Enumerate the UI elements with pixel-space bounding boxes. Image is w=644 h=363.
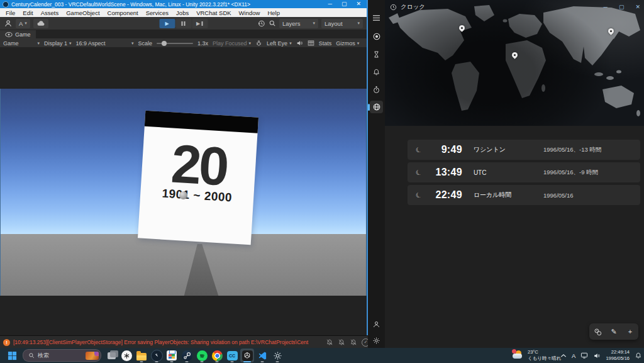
gizmos-dropdown[interactable]: Gizmos▾ (336, 40, 359, 47)
account-icon[interactable] (4, 19, 13, 28)
nav-alarm-icon[interactable] (370, 65, 383, 78)
close-button[interactable]: ✕ (356, 1, 361, 7)
eye-mode-dropdown[interactable]: Left Eye▾ (267, 40, 292, 47)
cc-app-icon: CC (227, 351, 238, 360)
vsync-grid-icon[interactable] (308, 40, 314, 47)
menu-help[interactable]: Help (264, 9, 284, 16)
eye-icon (5, 32, 13, 37)
tray-overflow-chevron-icon[interactable] (560, 354, 567, 358)
nav-world-clock-icon[interactable] (370, 101, 383, 113)
tray-clock[interactable]: 22:49:14 1996/05/16 (606, 349, 630, 362)
world-clock-row-washington[interactable]: ☾ 9:49 ワシントン 1996/05/16、-13 時間 (408, 140, 640, 160)
display-dropdown[interactable]: Display 1▾ (44, 40, 72, 47)
maximize-button[interactable]: ▢ (619, 4, 625, 10)
search-highlight-thumbnail[interactable] (86, 352, 99, 360)
scale-slider[interactable] (157, 43, 193, 44)
spotify-button[interactable] (195, 349, 209, 362)
aspect-dropdown[interactable]: 16:9 Aspect▾ (76, 40, 134, 47)
microsoft-store-button[interactable] (165, 349, 179, 362)
unity-status-bar[interactable]: ! [10:49:13.253][ClientSimPlayerObjectSt… (0, 335, 373, 349)
menu-services[interactable]: Services (142, 9, 172, 16)
world-map (385, 0, 644, 126)
cc-app-button[interactable]: CC (225, 349, 239, 362)
stats-toggle[interactable]: Stats (319, 40, 332, 47)
menu-edit[interactable]: Edit (19, 9, 36, 16)
file-explorer-button[interactable] (135, 349, 148, 362)
steam-button[interactable] (180, 349, 194, 362)
clock-city: ローカル時間 (474, 191, 512, 199)
task-view-button[interactable] (104, 349, 118, 362)
nav-timer-icon[interactable] (370, 48, 383, 60)
clock-app-title-bar: クロック ─ ▢ ✕ (385, 0, 644, 14)
audio-mute-icon[interactable] (296, 40, 303, 47)
clock-app-button[interactable] (150, 349, 164, 362)
chrome-icon (212, 350, 223, 361)
menu-component[interactable]: Component (104, 9, 142, 16)
taskbar-search-box[interactable]: 検索 (23, 349, 101, 362)
menu-assets[interactable]: Assets (37, 9, 63, 16)
chevron-down-icon: ▾ (25, 21, 27, 26)
clock-date-offset: 1996/05/16、-9 時間 (543, 169, 598, 177)
layout-dropdown[interactable]: Layout▾ (321, 19, 363, 28)
task-view-icon (108, 352, 116, 359)
notification-bell-icon[interactable] (635, 352, 642, 359)
unity-main-toolbar: A▾ ▶ ▶ Layers▾ Layo (0, 17, 367, 30)
weather-widget[interactable]: 23°C くもり時々晴れ (512, 348, 561, 363)
menu-gameobject[interactable]: GameObject (62, 9, 103, 16)
menu-window[interactable]: Window (235, 9, 264, 16)
game-viewport[interactable]: 20 1901 ~ 2000 (0, 47, 367, 335)
vscode-button[interactable] (255, 349, 269, 362)
unity-editor-button[interactable] (240, 349, 254, 362)
settings-gear-icon[interactable] (370, 334, 383, 347)
console-toggle-icons: ✓ (326, 338, 370, 347)
game-view-dropdown[interactable]: Game▾ (3, 40, 40, 47)
windows-logo-icon (8, 351, 17, 360)
calendar-object: 20 1901 ~ 2000 (138, 111, 258, 245)
world-clock-row-utc[interactable]: ☾ 13:49 UTC 1996/05/16、-9 時間 (408, 162, 640, 182)
game-render-area[interactable]: 20 1901 ~ 2000 (0, 89, 367, 296)
console-error-message[interactable]: [10:49:13.253][ClientSimPlayerObjectStor… (13, 339, 323, 345)
network-display-icon[interactable] (580, 352, 588, 359)
clock-action-bar: ✎ + (589, 323, 638, 340)
account-person-icon[interactable] (370, 318, 383, 330)
unity-tab-bar: Game (0, 30, 367, 38)
console-error-muted-icon[interactable] (350, 338, 357, 346)
chrome-button[interactable] (210, 349, 224, 362)
debug-bug-icon[interactable] (255, 40, 262, 47)
start-button[interactable] (8, 351, 17, 360)
chatgpt-app-button[interactable] (119, 349, 133, 362)
account-dropdown[interactable]: A▾ (16, 19, 30, 28)
minimize-button[interactable]: ─ (604, 4, 608, 10)
minimize-button[interactable]: ─ (328, 1, 332, 7)
console-warning-muted-icon[interactable] (338, 338, 345, 346)
search-icon[interactable] (269, 20, 276, 27)
edit-pencil-button[interactable]: ✎ (608, 325, 620, 338)
pause-button[interactable] (175, 19, 191, 28)
undo-history-icon[interactable] (257, 20, 265, 28)
compare-clocks-button[interactable] (591, 325, 604, 338)
play-focused-dropdown[interactable]: Play Focused▾ (213, 40, 251, 47)
slider-handle[interactable] (162, 41, 167, 46)
world-clock-row-local[interactable]: ☾ 22:49 ローカル時間 1996/05/16 (408, 185, 640, 205)
settings-app-button[interactable] (270, 349, 284, 362)
layers-dropdown[interactable]: Layers▾ (279, 19, 318, 28)
menu-jobs[interactable]: Jobs (172, 9, 192, 16)
menu-file[interactable]: File (2, 9, 19, 16)
add-clock-button[interactable]: + (624, 325, 636, 338)
tab-game[interactable]: Game (0, 30, 36, 38)
nav-focus-sessions-icon[interactable] (370, 30, 383, 43)
ime-indicator[interactable]: A (572, 352, 575, 359)
volume-icon[interactable] (593, 352, 601, 359)
play-button[interactable]: ▶ (159, 19, 175, 28)
weather-temperature: 23°C (528, 349, 561, 355)
clock-app-icon (390, 4, 397, 11)
search-placeholder: 検索 (38, 352, 82, 360)
maximize-button[interactable]: ▢ (341, 1, 347, 7)
close-button[interactable]: ✕ (635, 4, 640, 10)
console-info-muted-icon[interactable] (326, 338, 333, 346)
nav-stopwatch-icon[interactable] (370, 83, 383, 96)
menu-vrchat-sdk[interactable]: VRChat SDK (192, 9, 235, 16)
cloud-button[interactable] (33, 19, 48, 28)
hamburger-menu-icon[interactable] (370, 11, 383, 24)
step-button[interactable]: ▶ (192, 19, 208, 28)
